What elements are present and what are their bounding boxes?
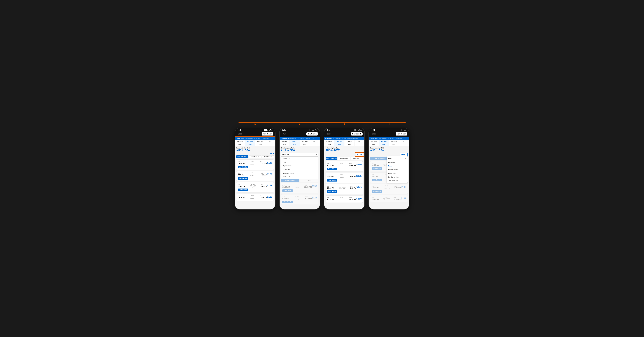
signal-icons-1: ▐▐▐ ▲ ⊟ Pay xyxy=(264,129,272,131)
sort-price-4[interactable]: Price xyxy=(387,164,408,168)
view-btn-1-2[interactable]: View Details xyxy=(238,177,248,180)
app-4: ‹ Back New Search Choose flights › Passe… xyxy=(369,132,409,209)
sort-relevance-4[interactable]: Relevance xyxy=(387,160,408,164)
app-1: ‹ Back New Search Choose flights › Passe… xyxy=(235,132,275,209)
notch-3 xyxy=(336,128,352,130)
date-fri-1[interactable]: FRI 11/17 FROM $139 xyxy=(245,140,255,146)
phone-4-wrapper: 4 9:41 ▐▐▐ ▲ ⊟ ‹ Back New Search Choose … xyxy=(368,128,410,210)
date-strip-2: THU 11/16 FROM $135 FRI 11/17 FROM $139 … xyxy=(280,140,320,146)
airports-1-1: AUS 10:25 AM 1h 15m → Nonstop xyxy=(238,161,267,165)
phone-2-wrapper: 2 9:41 ▐▐▐ ▲ ⊟ Pay ‹ Back New Search Cho… xyxy=(279,128,320,210)
back-btn-1[interactable]: ‹ Back xyxy=(237,133,242,135)
sort-row-1: SORT ▾ xyxy=(236,153,274,155)
date-sat-1[interactable]: SAT 11/18 FROM $129 xyxy=(255,140,265,146)
main-4: Select outgoing flight: AUS to DFW Price… xyxy=(369,146,409,209)
flight-card-1-3: AUS 12:25 PM 3h 15m → 1 stop DTW xyxy=(236,182,274,192)
cabin-main-1[interactable]: Main Cabin ⓘ xyxy=(249,155,261,158)
price-sort-btn-3[interactable]: Price ▾ xyxy=(356,153,363,156)
step-2-label: 2 xyxy=(299,123,300,125)
step-1-label: 1 xyxy=(254,123,256,125)
flight-row-1-1: AUS 10:25 AM 1h 15m → Nonstop xyxy=(238,161,272,165)
sort-depart-2[interactable]: Departure time xyxy=(281,164,318,168)
date-wrapper-2: THU 11/16 FROM $135 FRI 11/17 FROM $139 … xyxy=(280,140,320,146)
flight-card-1-4: AUS 10:25 AM 1h 15m → Nonstop xyxy=(236,194,274,201)
top-bar-4: ‹ Back New Search xyxy=(369,132,409,137)
phone-3: 9:41 ▐▐▐ ▲ ⊟ Pay ‹ Back New Search Choos… xyxy=(324,128,365,210)
phone-3-wrapper: 3 9:41 ▐▐▐ ▲ ⊟ Pay ‹ Back New Search Cho… xyxy=(324,128,365,210)
sort-header-2[interactable]: SORT BY ∧ xyxy=(281,153,318,157)
scene: → 1 9:41 ▐▐▐ ▲ ⊟ Pay ‹ Back New Search xyxy=(234,128,410,210)
top-bar-2: ‹ Back New Search xyxy=(280,132,320,137)
date-thu-1[interactable]: THU 11/16 FROM $135 xyxy=(235,140,245,146)
progress-bar-4: Choose flights › Passengers › Choose Sea… xyxy=(369,137,409,140)
phone-1-wrapper: 1 9:41 ▐▐▐ ▲ ⊟ Pay ‹ Back New Search xyxy=(234,128,276,210)
view-btn-3-1[interactable]: View Details xyxy=(327,168,337,170)
step-choose-1: Choose flights xyxy=(236,138,244,139)
arrive-block-1-1: DFW 11:40 AM xyxy=(260,161,267,164)
phone-1: 9:41 ▐▐▐ ▲ ⊟ Pay ‹ Back New Search Choos… xyxy=(234,128,276,210)
sort-stops-4[interactable]: Number of Stops xyxy=(387,175,408,179)
sort-options-2: Relevance Price Departure time Arrival t… xyxy=(281,157,318,179)
cabin-first-1[interactable]: First Class ⓘ xyxy=(262,155,274,158)
step-4-label: 4 xyxy=(388,123,390,125)
sort-price-2[interactable]: Price xyxy=(281,160,318,164)
phone-2: 9:41 ▐▐▐ ▲ ⊟ Pay ‹ Back New Search Choos… xyxy=(279,128,320,210)
date-strip-3: THU 11/16 FROM $135 FRI 11/17 FROM $139 … xyxy=(324,140,364,146)
sort-arrival-2[interactable]: Arrival time xyxy=(281,168,318,171)
depart-block-1-1: AUS 10:25 AM xyxy=(238,161,245,164)
date-su-1[interactable]: SU... FROM xyxy=(265,140,275,146)
sort-btn-1[interactable]: SORT ▾ xyxy=(268,153,274,155)
step-review-1: Review & Pay xyxy=(262,138,269,139)
sort-dropdown-4: Price ∧ Relevance Price Departure time A… xyxy=(386,156,408,183)
progress-bar-1: Choose flights › Passengers › Choose Sea… xyxy=(235,137,275,140)
progress-wrapper-1: Choose flights › Passengers › Choose Sea… xyxy=(235,137,275,140)
sort-total-2[interactable]: Total travel time xyxy=(281,175,318,179)
main-2: Select outgoing flight: AUS to DFW SORT … xyxy=(280,146,320,209)
notch-4 xyxy=(381,128,397,130)
time-1: 9:41 xyxy=(238,129,241,131)
progress-bar-3: Choose flights › Passengers › Choose Sea… xyxy=(324,137,364,140)
progress-bar-2: Choose flights › Passengers › Choose Sea… xyxy=(280,137,320,140)
main-3: Select outgoing flight: AUS to DFW Price… xyxy=(324,146,364,209)
top-bar-3: ‹ Back New Search xyxy=(324,132,364,137)
cabin-basic-1[interactable]: Basic Economy ⓘ xyxy=(236,155,248,158)
new-search-btn-3[interactable]: New Search xyxy=(351,132,362,136)
step-3-label: 3 xyxy=(344,123,345,125)
phone-4: 9:41 ▐▐▐ ▲ ⊟ ‹ Back New Search Choose fl… xyxy=(368,128,410,210)
view-btn-3-3[interactable]: View Details xyxy=(327,190,337,193)
price-1-1: $139 xyxy=(267,161,272,164)
cabin-tabs-1: Basic Economy ⓘ Main Cabin ⓘ First Class… xyxy=(236,155,274,158)
step-seats-1: Choose Seats xyxy=(253,138,260,139)
step-passengers-1: Passengers xyxy=(246,138,252,139)
price-sort-btn-4[interactable]: Price ∧ xyxy=(400,153,408,156)
main-1: Select outgoing flight: AUS to DFW SORT … xyxy=(235,146,275,209)
sort-dropdown-container-2: SORT BY ∧ Relevance Price Departure time… xyxy=(281,153,318,179)
app-3: ‹ Back New Search Choose flights › Passe… xyxy=(324,132,364,209)
new-search-btn-1[interactable]: New Search xyxy=(262,132,273,136)
select-label-1: Select outgoing flight: xyxy=(236,147,274,149)
view-btn-1-3[interactable]: View Details xyxy=(238,189,248,191)
view-btn-3-2[interactable]: View Details xyxy=(327,179,337,182)
view-btn-1-1[interactable]: View Details xyxy=(238,166,248,168)
date-strip-1: THU 11/16 FROM $135 FRI 11/17 FROM $139 … xyxy=(235,140,275,146)
new-search-btn-4[interactable]: New Search xyxy=(396,132,407,136)
sort-relevance-2[interactable]: Relevance xyxy=(281,157,318,160)
sort-arrival-4[interactable]: Arrival time xyxy=(387,171,408,175)
flight-card-1-1: AUS 10:25 AM 1h 15m → Nonstop xyxy=(236,159,274,170)
sort-total-4[interactable]: Total travel time xyxy=(387,179,408,183)
date-strip-4: THU 11/16 FROM $135 FRI 11/17 FROM $139 … xyxy=(369,140,409,146)
notch-1 xyxy=(247,128,263,130)
notch-2 xyxy=(292,128,308,130)
route-1: AUS to DFW xyxy=(236,149,274,152)
app-2: ‹ Back New Search Choose flights › Passe… xyxy=(280,132,320,209)
duration-1-1: 1h 15m → Nonstop xyxy=(246,161,259,165)
new-search-btn-2[interactable]: New Search xyxy=(306,132,318,136)
date-wrapper-1: THU 11/16 FROM $135 FRI 11/17 FROM $139 … xyxy=(235,140,275,146)
flight-card-1-2: AUS 8:00 AM 1h 20m → Nonstop xyxy=(236,171,274,181)
sort-depart-4[interactable]: Departure time xyxy=(387,168,408,171)
sort-stops-2[interactable]: Number of Stops xyxy=(281,171,318,175)
top-bar-1: ‹ Back New Search xyxy=(235,132,275,137)
